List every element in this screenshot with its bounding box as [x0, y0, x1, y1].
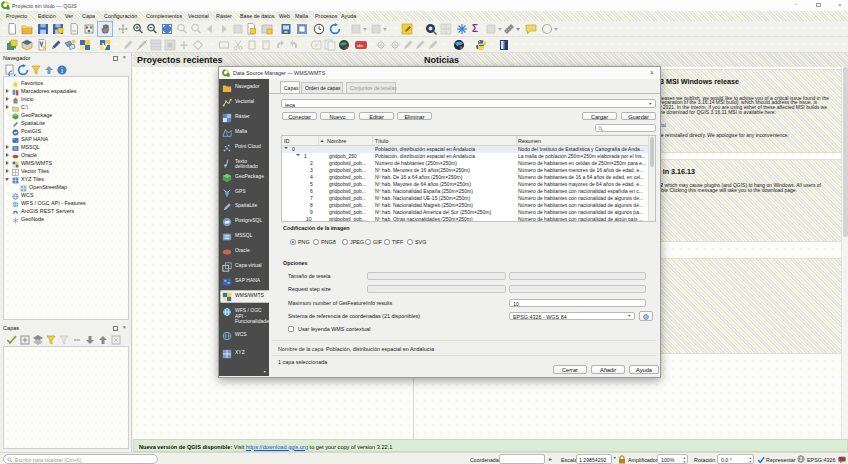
svg-text:,: , [224, 158, 227, 168]
svg-text:i: i [61, 66, 63, 75]
